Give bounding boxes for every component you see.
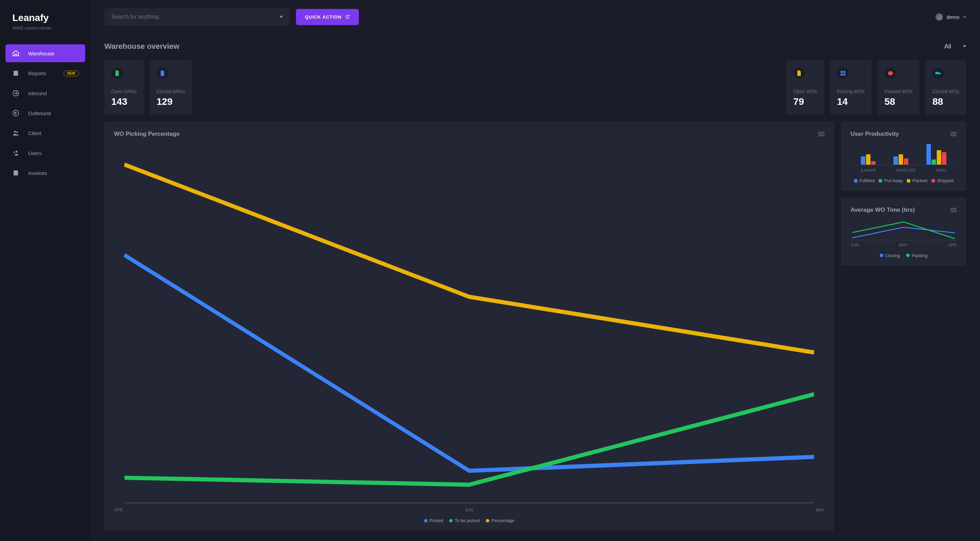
overview-filter[interactable]: All — [944, 43, 966, 50]
svg-point-3 — [14, 131, 16, 133]
stat-packed-wos[interactable]: Packed WOs 58 — [878, 61, 920, 115]
chart-avg-wo-time: Average WO Time (hrs) JUN MAY APR — [841, 198, 966, 266]
chart-title: WO Picking Percentage — [114, 131, 180, 137]
stat-label: Open ARNs — [111, 89, 137, 94]
charts-grid: WO Picking Percentage APR JUN MAY — [104, 122, 966, 531]
inbound-icon — [12, 89, 20, 97]
sidebar-item-label: Outbound — [28, 110, 51, 116]
sidebar-item-outbound[interactable]: Outbound — [5, 104, 85, 122]
chevron-down-icon — [280, 16, 283, 18]
axis-tick: APR — [948, 243, 957, 247]
new-badge: NEW — [64, 70, 79, 76]
chart-legend: Closing Packing — [851, 253, 957, 258]
filter-value: All — [944, 43, 951, 50]
legend-label: Shipped — [937, 178, 954, 183]
chart-menu-icon[interactable] — [818, 132, 824, 136]
external-link-icon — [345, 14, 350, 19]
stat-closed-wos[interactable]: Closed WOs 88 — [925, 61, 966, 115]
search-placeholder: Search for anything — [111, 14, 159, 20]
sidebar-item-users[interactable]: Users — [5, 144, 85, 162]
quick-action-label: Quick Action — [305, 14, 342, 19]
chart-user-productivity: User Productivity — [841, 122, 966, 191]
axis-tick: JUN — [465, 507, 473, 512]
sidebar-item-reports[interactable]: Reports NEW — [5, 64, 85, 82]
chart-legend: Picked To be picked Percentage — [114, 518, 824, 523]
user-name: demo — [947, 14, 959, 20]
legend-label: To be picked — [455, 518, 480, 523]
legend-label: Packing — [912, 253, 928, 258]
stat-label: Closed ARNs — [157, 89, 185, 94]
chart-title: Average WO Time (hrs) — [851, 207, 915, 214]
legend-swatch — [906, 254, 910, 257]
file-icon — [111, 67, 123, 79]
chart-menu-icon[interactable] — [950, 208, 957, 212]
stat-closed-arns[interactable]: Closed ARNs 129 — [150, 61, 192, 115]
svg-rect-6 — [14, 171, 18, 176]
stat-open-wos[interactable]: Open WOs 79 — [786, 61, 824, 115]
outbound-icon — [12, 109, 20, 117]
svg-rect-11 — [935, 72, 939, 74]
quick-action-button[interactable]: Quick Action — [296, 9, 359, 25]
stat-row: Open ARNs 143 Closed ARNs 129 Open WOs 7… — [104, 61, 966, 115]
chart-menu-icon[interactable] — [950, 132, 957, 136]
chart-plot — [851, 220, 957, 241]
chart-title: User Productivity — [851, 131, 899, 137]
brand-subtitle: WMS control center — [12, 26, 85, 30]
svg-rect-9 — [841, 73, 843, 76]
x-axis: JUN MAY APR — [851, 243, 957, 247]
avatar — [935, 13, 943, 21]
reports-icon — [12, 69, 20, 77]
stat-picking-wos[interactable]: Picking WOs 14 — [830, 61, 872, 115]
sidebar: Leanafy WMS control center Warehouse Rep… — [0, 0, 91, 541]
svg-rect-7 — [841, 71, 843, 73]
sidebar-item-label: Reports — [28, 70, 46, 76]
stat-value: 129 — [157, 96, 185, 107]
stat-open-arns[interactable]: Open ARNs 143 — [104, 61, 143, 115]
legend-swatch — [880, 254, 883, 257]
truck-icon — [932, 67, 944, 79]
legend-label: Fulfilled — [859, 178, 875, 183]
search-input[interactable]: Search for anything — [104, 8, 290, 26]
stat-value: 58 — [885, 96, 913, 107]
legend-label: Picked — [430, 518, 443, 523]
sidebar-item-warehouse[interactable]: Warehouse — [5, 44, 85, 62]
overview-title: Warehouse overview — [104, 42, 179, 51]
legend-label: Closing — [885, 253, 900, 258]
x-axis: a.anand anshu.100 demo — [851, 168, 957, 172]
legend-swatch — [907, 179, 910, 182]
axis-tick: demo — [936, 168, 947, 172]
legend-swatch — [486, 519, 489, 522]
chevron-down-icon — [963, 45, 966, 48]
users-icon — [12, 149, 20, 157]
grid-icon — [837, 67, 849, 79]
svg-point-5 — [16, 151, 18, 153]
svg-rect-0 — [14, 71, 18, 76]
svg-rect-8 — [843, 71, 845, 73]
sidebar-item-invoices[interactable]: Invoices — [5, 164, 85, 182]
box-icon — [885, 67, 896, 79]
sidebar-item-label: Users — [28, 150, 41, 156]
legend-swatch — [879, 179, 882, 182]
stat-label: Picking WOs — [837, 89, 865, 94]
svg-rect-10 — [843, 73, 845, 76]
user-menu[interactable]: demo — [935, 13, 966, 21]
chart-wo-picking: WO Picking Percentage APR JUN MAY — [104, 122, 834, 531]
file-icon — [157, 67, 168, 79]
legend-swatch — [449, 519, 453, 522]
legend-label: Put Away — [884, 178, 903, 183]
brand-title: Leanafy — [12, 13, 85, 23]
file-icon — [793, 67, 805, 79]
sidebar-item-client[interactable]: Client — [5, 124, 85, 142]
sidebar-item-inbound[interactable]: Inbound — [5, 84, 85, 102]
legend-swatch — [932, 179, 935, 182]
sidebar-item-label: Warehouse — [28, 51, 54, 56]
stat-value: 79 — [793, 96, 817, 107]
axis-tick: JUN — [851, 243, 858, 247]
axis-tick: anshu.100 — [896, 168, 915, 172]
bar-chart — [851, 144, 957, 165]
legend-label: Percentage — [492, 518, 514, 523]
legend-swatch — [424, 519, 428, 522]
warehouse-icon — [12, 49, 20, 57]
invoice-icon — [12, 169, 20, 177]
main-content: Search for anything Quick Action demo Wa… — [91, 0, 980, 541]
